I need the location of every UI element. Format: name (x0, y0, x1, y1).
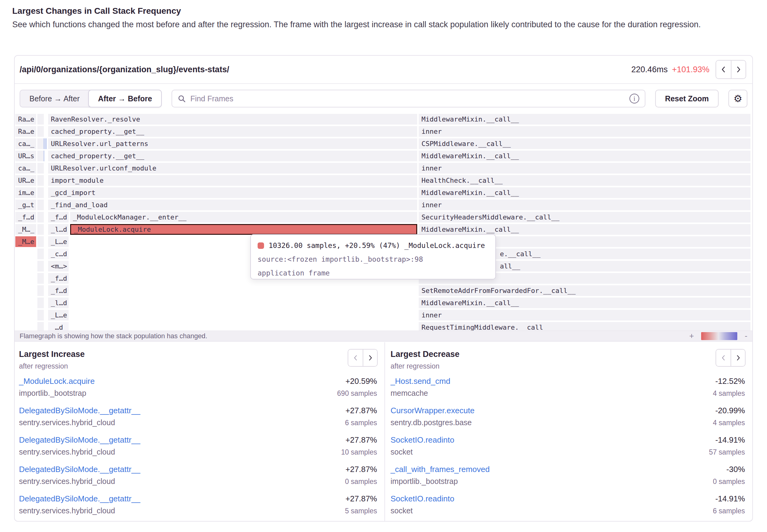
function-link[interactable]: DelegatedBySiloMode.__getattr__ (19, 465, 140, 474)
toggle-after-before[interactable]: After → Before (88, 90, 162, 107)
frame-cell-main[interactable]: cached_property.__get__ (48, 151, 417, 161)
function-change-item: CursorWrapper.executesentry.db.postgres.… (391, 406, 745, 435)
frame-cell-right[interactable]: inner (419, 310, 750, 320)
frame-cell-gutter[interactable] (37, 175, 44, 186)
sample-count: 4 samples (713, 419, 745, 427)
sample-count: 57 samples (709, 448, 745, 456)
frame-cell-sub[interactable]: _L…e (48, 236, 69, 247)
frame-cell-right[interactable]: MiddlewareMixin.__call__ (419, 187, 750, 198)
frame-cell-right[interactable]: CSPMiddleware.__call__ (419, 138, 750, 149)
frame-cell-main[interactable]: _ModuleLock.acquire (70, 224, 417, 235)
frame-cell-sub[interactable]: _f…d (48, 285, 69, 296)
frame-cell-left[interactable]: _M…_ (15, 224, 36, 235)
function-link[interactable]: DelegatedBySiloMode.__getattr__ (19, 406, 140, 415)
frame-cell-gutter[interactable] (37, 114, 44, 125)
frame-cell-right[interactable]: SetRemoteAddrFromForwardedFor.__call__ (419, 285, 750, 296)
frame-cell-left[interactable]: _M…e (15, 236, 36, 247)
frame-cell-gutter[interactable] (37, 200, 44, 210)
frame-cell-left[interactable]: _g…t (15, 200, 36, 210)
frame-cell-left[interactable]: UR…s (15, 151, 36, 161)
frame-cell-left[interactable]: Ra…e (15, 126, 36, 137)
frame-cell-gutter[interactable] (37, 236, 44, 247)
increase-next-button[interactable] (363, 350, 377, 366)
frame-cell-right[interactable]: inner (419, 126, 750, 137)
frame-cell-sub[interactable]: _L…e (48, 310, 69, 320)
frame-cell-left[interactable]: UR…e (15, 175, 36, 186)
decrease-next-button[interactable] (731, 350, 745, 366)
frame-cell-gutter[interactable] (37, 224, 44, 235)
frame-cell-left[interactable]: ca…_ (15, 138, 36, 149)
frame-cell-gutter[interactable] (37, 261, 44, 272)
change-percent: -12.52% (715, 377, 745, 386)
function-link[interactable]: SocketIO.readinto (391, 494, 454, 504)
frame-cell-right[interactable]: HealthCheck.__call__ (419, 175, 750, 186)
frame-cell-main[interactable]: URLResolver.urlconf_module (48, 163, 417, 174)
frame-cell-sub[interactable]: <m…> (48, 261, 69, 272)
frame-cell-right[interactable]: MiddlewareMixin.__call__ (419, 298, 750, 308)
frame-cell-sub[interactable]: _f…d (48, 273, 69, 284)
find-frames-search[interactable]: i (171, 90, 645, 107)
selected-frame-tick[interactable] (43, 151, 44, 161)
info-icon[interactable]: i (630, 94, 639, 103)
frame-cell-main[interactable]: _find_and_load (48, 200, 417, 210)
function-link[interactable]: SocketIO.readinto (391, 435, 454, 445)
frame-cell-main[interactable]: _gcd_import (48, 187, 417, 198)
frame-cell-left[interactable]: ca…_ (15, 163, 36, 174)
frame-cell-gutter[interactable] (37, 285, 44, 296)
frame-cell-sub[interactable]: _…d (48, 322, 69, 331)
frame-cell-sub[interactable]: _f…d (48, 212, 69, 223)
function-link[interactable]: DelegatedBySiloMode.__getattr__ (19, 435, 140, 445)
search-input[interactable] (190, 94, 625, 103)
sample-count: 0 samples (713, 478, 745, 486)
frame-cell-gutter[interactable] (37, 163, 44, 174)
frame-cell-gutter[interactable] (37, 249, 44, 259)
frame-cell-gutter[interactable] (37, 273, 44, 284)
frame-cell-right[interactable]: SecurityHeadersMiddleware.__call__ (419, 212, 750, 223)
frame-cell-left[interactable]: im…e (15, 187, 36, 198)
frame-cell-gutter[interactable] (37, 187, 44, 198)
frame-cell-main[interactable]: _ModuleLockManager.__enter__ (70, 212, 417, 223)
toggle-before-after[interactable]: Before → After (20, 90, 89, 107)
frame-cell-right[interactable]: inner (419, 200, 750, 210)
frame-cell-gutter[interactable] (37, 126, 44, 137)
increase-prev-button[interactable] (348, 350, 363, 366)
frame-cell-right[interactable]: MiddlewareMixin.__call__ (419, 114, 750, 125)
frame-cell-right[interactable]: MiddlewareMixin.__call__ (419, 224, 750, 235)
frame-cell-left[interactable]: _f…d (15, 212, 36, 223)
frame-cell-gutter[interactable] (37, 322, 44, 331)
frame-cell-right[interactable]: RequestTimingMiddleware.__call__ (419, 322, 750, 331)
frame-cell-right[interactable]: inner (419, 163, 750, 174)
prev-endpoint-button[interactable] (716, 61, 731, 78)
frame-cell-main[interactable]: cached_property.__get__ (48, 126, 417, 137)
change-percent: +27.87% (345, 435, 377, 445)
next-endpoint-button[interactable] (731, 61, 746, 78)
settings-button[interactable]: ⚙ (728, 90, 747, 107)
frame-cell-gutter[interactable] (37, 298, 44, 308)
flamegraph-row: Ra…ecached_property.__get__inner (15, 126, 752, 137)
frame-cell-gutter[interactable] (37, 151, 44, 161)
function-link[interactable]: _call_with_frames_removed (391, 465, 490, 474)
tooltip-frame-type: application frame (257, 268, 489, 278)
chevron-right-icon (735, 354, 742, 362)
frame-cell-right[interactable]: MiddlewareMixin.__call__ (419, 151, 750, 161)
frame-cell-sub[interactable]: _l…d (48, 224, 69, 235)
frame-cell-gutter[interactable] (37, 310, 44, 320)
function-link[interactable]: DelegatedBySiloMode.__getattr__ (19, 494, 140, 504)
frame-cell-left[interactable]: Ra…e (15, 114, 36, 125)
function-link[interactable]: _Host.send_cmd (391, 377, 450, 386)
frame-cell-main[interactable]: RavenResolver._resolve (48, 114, 417, 125)
decrease-prev-button[interactable] (716, 350, 731, 366)
differential-flamegraph[interactable]: Ra…eRavenResolver._resolveMiddlewareMixi… (15, 113, 752, 331)
selected-frame-tick[interactable] (43, 138, 47, 149)
frame-cell-sub[interactable]: _l…d (48, 298, 69, 308)
frame-cell-main[interactable]: URLResolver.url_patterns (48, 138, 417, 149)
flamegraph-row: _l…dMiddlewareMixin.__call__ (15, 298, 752, 308)
reset-zoom-button[interactable]: Reset Zoom (655, 90, 719, 107)
function-module: sentry.services.hybrid_cloud (19, 506, 115, 515)
function-link[interactable]: CursorWrapper.execute (391, 406, 475, 415)
frame-cell-gutter[interactable] (37, 212, 44, 223)
frame-cell-main[interactable]: import_module (48, 175, 417, 186)
frame-cell-gutter[interactable] (37, 138, 44, 149)
frame-cell-sub[interactable]: _c…d (48, 249, 69, 259)
function-link[interactable]: _ModuleLock.acquire (19, 377, 95, 386)
